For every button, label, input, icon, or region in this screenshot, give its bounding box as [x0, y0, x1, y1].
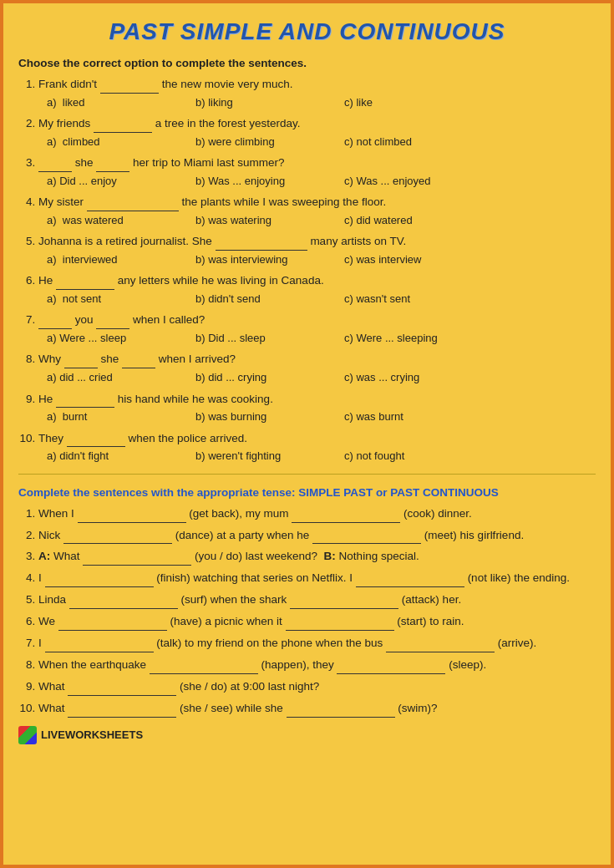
option-2a: a) climbed [47, 134, 180, 150]
instruction2-colored: SIMPLE PAST or PAST CONTINUOUS [298, 486, 499, 499]
s2-blank-10a [68, 706, 176, 718]
section2-instruction: Complete the sentences with the appropri… [18, 486, 596, 499]
blank-3b [96, 160, 129, 172]
s2-blank-6b [286, 619, 394, 631]
blank-1 [100, 82, 159, 94]
option-8a: a) did ... cried [47, 369, 180, 386]
question-4: My sister the plants while I was sweepin… [38, 194, 596, 229]
option-8c: c) was ... crying [344, 369, 478, 386]
s2-blank-5a [69, 597, 178, 609]
s2-blank-2a [63, 532, 172, 544]
option-4c: c) did watered [344, 212, 478, 229]
s2-blank-10b [287, 706, 395, 718]
blank-7a [38, 317, 72, 329]
option-5b: b) was interviewing [195, 251, 329, 268]
question-5: Johanna is a retired journalist. She man… [38, 233, 596, 268]
section-divider [18, 474, 596, 475]
options-8: a) did ... cried b) did ... crying c) wa… [47, 369, 596, 386]
section1-instruction: Choose the correct option to complete th… [18, 57, 596, 69]
section2-q2: Nick (dance) at a party when he (meet) h… [38, 527, 596, 545]
s2-blank-1b [292, 511, 400, 523]
option-7a: a) Were ... sleep [47, 330, 180, 347]
blank-10 [67, 435, 125, 447]
section2-q5: Linda (surf) when the shark (attack) her… [38, 591, 596, 609]
section2-q6: We (have) a picnic when it (start) to ra… [38, 613, 596, 631]
blank-3a [38, 160, 72, 172]
section2-q1: When I (get back), my mum (cook) dinner. [38, 505, 596, 523]
s2-blank-7a [45, 641, 154, 652]
blank-8a [64, 357, 98, 368]
s2-blank-5b [290, 597, 398, 609]
blank-7b [96, 317, 129, 329]
s2-blank-6a [58, 619, 167, 631]
options-3: a) Did ... enjoy b) Was ... enjoying c) … [47, 173, 596, 190]
section2-q10: What (she / see) while she (swim)? [38, 700, 596, 718]
liveworksheets-logo [18, 726, 37, 744]
blank-8b [122, 357, 155, 368]
option-7b: b) Did ... sleep [195, 330, 329, 347]
option-7c: c) Were ... sleeping [344, 330, 478, 347]
option-5c: c) was interview [344, 251, 478, 268]
s2-blank-3 [83, 554, 191, 566]
option-4a: a) was watered [47, 212, 180, 229]
title: PAST SIMPLE AND CONTINUOUS [18, 18, 596, 45]
s2-blank-8b [337, 662, 445, 674]
s2-blank-7b [386, 641, 495, 652]
option-1a: a) liked [47, 94, 180, 111]
section2-q3: A: What (you / do) last weekend? B: Noth… [38, 548, 596, 566]
option-6b: b) didn't send [195, 291, 329, 307]
option-9a: a) burnt [47, 409, 180, 425]
blank-6 [56, 278, 114, 290]
blank-4 [87, 200, 179, 211]
option-6a: a) not sent [47, 291, 180, 307]
question-7: you when I called? a) Were ... sleep b) … [38, 312, 596, 347]
options-7: a) Were ... sleep b) Did ... sleep c) We… [47, 330, 596, 347]
question-6: He any letters while he was living in Ca… [38, 272, 596, 307]
option-1c: c) like [344, 94, 478, 111]
section2-questions: When I (get back), my mum (cook) dinner.… [18, 505, 596, 718]
question-2: My friends a tree in the forest yesterda… [38, 115, 596, 150]
blank-5 [216, 239, 307, 251]
s2-blank-4a [45, 576, 154, 587]
section2-q7: I (talk) to my friend on the phone when … [38, 635, 596, 652]
s2-blank-8a [150, 662, 258, 674]
option-2b: b) were climbing [195, 134, 329, 150]
question-1: Frank didn't the new movie very much. a)… [38, 76, 596, 111]
option-6c: c) wasn't sent [344, 291, 478, 307]
section2-q4: I (finish) watching that series on Netfl… [38, 570, 596, 587]
s2-blank-4b [356, 576, 464, 587]
section2-q8: When the earthquake (happen), they (slee… [38, 657, 596, 674]
instruction2-static: Complete the sentences with the appropri… [18, 486, 296, 499]
s2-blank-1a [78, 511, 186, 523]
blank-2 [94, 121, 152, 133]
footer: LIVEWORKSHEETS [18, 726, 596, 744]
option-9c: c) was burnt [344, 409, 478, 425]
liveworksheets-brand: LIVEWORKSHEETS [41, 728, 143, 741]
question-9: He his hand while he was cooking. a) bur… [38, 391, 596, 426]
option-5a: a) interviewed [47, 251, 180, 268]
section2-q9: What (she / do) at 9:00 last night? [38, 678, 596, 696]
options-6: a) not sent b) didn't send c) wasn't sen… [47, 291, 596, 307]
blank-9 [56, 396, 114, 408]
option-3c: c) Was ... enjoyed [344, 173, 478, 190]
option-9b: b) was burning [195, 409, 329, 425]
options-9: a) burnt b) was burning c) was burnt [47, 409, 596, 425]
options-1: a) liked b) liking c) like [47, 94, 596, 111]
options-10: a) didn't fight b) weren't fighting c) n… [47, 448, 596, 464]
question-3: she her trip to Miami last summer? a) Di… [38, 155, 596, 190]
options-4: a) was watered b) was watering c) did wa… [47, 212, 596, 229]
option-10c: c) not fought [344, 448, 478, 464]
options-2: a) climbed b) were climbing c) not climb… [47, 134, 596, 150]
section1-questions: Frank didn't the new movie very much. a)… [18, 76, 596, 465]
options-5: a) interviewed b) was interviewing c) wa… [47, 251, 596, 268]
question-8: Why she when I arrived? a) did ... cried… [38, 351, 596, 386]
option-10a: a) didn't fight [47, 448, 180, 464]
option-10b: b) weren't fighting [195, 448, 329, 464]
option-3a: a) Did ... enjoy [47, 173, 180, 190]
s2-blank-2b [312, 532, 421, 544]
option-3b: b) Was ... enjoying [195, 173, 329, 190]
option-2c: c) not climbed [344, 134, 478, 150]
option-8b: b) did ... crying [195, 369, 329, 386]
option-1b: b) liking [195, 94, 329, 111]
s2-blank-9 [68, 684, 176, 696]
